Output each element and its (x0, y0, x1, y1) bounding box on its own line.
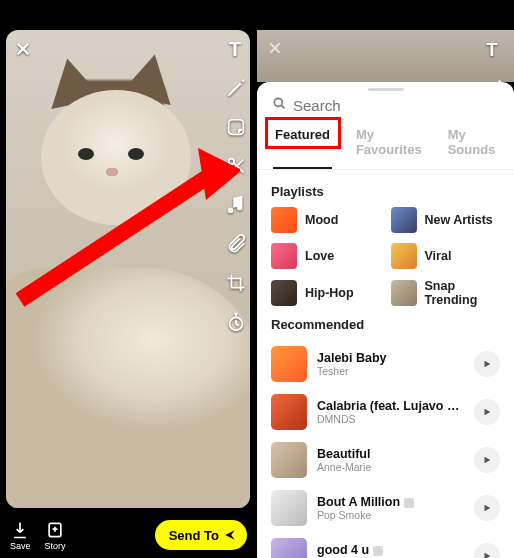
track-thumb (271, 442, 307, 478)
playlist-label: New Artists (425, 213, 493, 227)
scissors-icon[interactable] (223, 153, 249, 179)
sheet-grabber[interactable] (368, 88, 404, 91)
playlist-label: Snap Trending (425, 279, 501, 307)
track-title: good 4 u (317, 543, 464, 557)
playlist-item[interactable]: New Artists (391, 207, 501, 233)
track-title: Bout A Million (317, 495, 464, 509)
playlist-thumb (391, 280, 417, 306)
explicit-tag-icon (404, 498, 414, 508)
svg-text:T: T (486, 39, 497, 59)
svg-rect-1 (229, 120, 244, 135)
bottom-bar: Save Story Send To (0, 512, 257, 558)
playlist-label: Hip-Hop (305, 286, 354, 300)
explicit-tag-icon (373, 546, 383, 556)
close-icon[interactable] (267, 40, 283, 60)
playlist-label: Love (305, 249, 334, 263)
track-row[interactable]: Calabria (feat. Lujavo & Nito-Onna) DMND… (271, 388, 500, 436)
save-label: Save (10, 541, 31, 551)
crop-icon[interactable] (223, 270, 249, 296)
playlist-thumb (271, 207, 297, 233)
playlist-item[interactable]: Viral (391, 243, 501, 269)
playlist-item[interactable]: Hip-Hop (271, 279, 381, 307)
text-icon[interactable]: T (223, 36, 249, 62)
track-thumb (271, 346, 307, 382)
pencil-icon[interactable] (223, 75, 249, 101)
track-row[interactable]: Beautiful Anne-Marie (271, 436, 500, 484)
track-title: Jalebi Baby (317, 351, 464, 365)
playlist-label: Viral (425, 249, 452, 263)
playlist-thumb (271, 243, 297, 269)
tabs: Featured My Favourites My Sounds (257, 121, 514, 170)
svg-point-9 (274, 98, 282, 106)
edit-toolbar: T (223, 36, 249, 335)
track-artist: Pop Smoke (317, 509, 464, 521)
tab-my-sounds[interactable]: My Sounds (446, 123, 498, 161)
track-thumb (271, 490, 307, 526)
playlist-label: Mood (305, 213, 338, 227)
track-title: Calabria (feat. Lujavo & Nito-Onna) (317, 399, 464, 413)
playlist-item[interactable]: Love (271, 243, 381, 269)
track-row[interactable]: Bout A Million Pop Smoke (271, 484, 500, 532)
search-input[interactable] (293, 97, 500, 114)
music-sheet: Featured My Favourites My Sounds Playlis… (257, 82, 514, 558)
track-thumb (271, 538, 307, 558)
track-row[interactable]: Jalebi Baby Tesher (271, 340, 500, 388)
playlist-item[interactable]: Mood (271, 207, 381, 233)
playlist-thumb (391, 243, 417, 269)
play-button[interactable] (474, 399, 500, 425)
track-thumb (271, 394, 307, 430)
track-title: Beautiful (317, 447, 464, 461)
tab-my-favourites[interactable]: My Favourites (354, 123, 424, 161)
sticker-icon[interactable] (223, 114, 249, 140)
save-button[interactable]: Save (10, 520, 31, 551)
close-icon[interactable] (14, 40, 32, 62)
attachment-icon[interactable] (223, 231, 249, 257)
play-button[interactable] (474, 543, 500, 558)
play-button[interactable] (474, 447, 500, 473)
track-artist: DMNDS (317, 413, 464, 425)
story-label: Story (45, 541, 66, 551)
snap-photo (6, 30, 250, 508)
playlist-thumb (271, 280, 297, 306)
play-button[interactable] (474, 351, 500, 377)
playlist-item[interactable]: Snap Trending (391, 279, 501, 307)
track-row[interactable]: good 4 u Olivia Rodrigo (271, 532, 500, 558)
timer-icon[interactable] (223, 309, 249, 335)
send-to-label: Send To (169, 528, 219, 543)
track-artist: Tesher (317, 365, 464, 377)
section-title-recommended: Recommended (271, 317, 500, 332)
play-button[interactable] (474, 495, 500, 521)
send-to-button[interactable]: Send To (155, 520, 247, 550)
search-icon (271, 95, 287, 115)
snap-edit-screen: T Save Story Send To (0, 0, 257, 558)
svg-text:T: T (229, 38, 242, 60)
music-picker-screen: T Featured My Favourites My Sounds Playl… (257, 0, 514, 558)
section-title-playlists: Playlists (271, 184, 500, 199)
story-button[interactable]: Story (45, 520, 66, 551)
tab-featured[interactable]: Featured (273, 123, 332, 161)
text-icon[interactable]: T (480, 36, 506, 62)
playlist-thumb (391, 207, 417, 233)
music-icon[interactable] (223, 192, 249, 218)
track-artist: Anne-Marie (317, 461, 464, 473)
